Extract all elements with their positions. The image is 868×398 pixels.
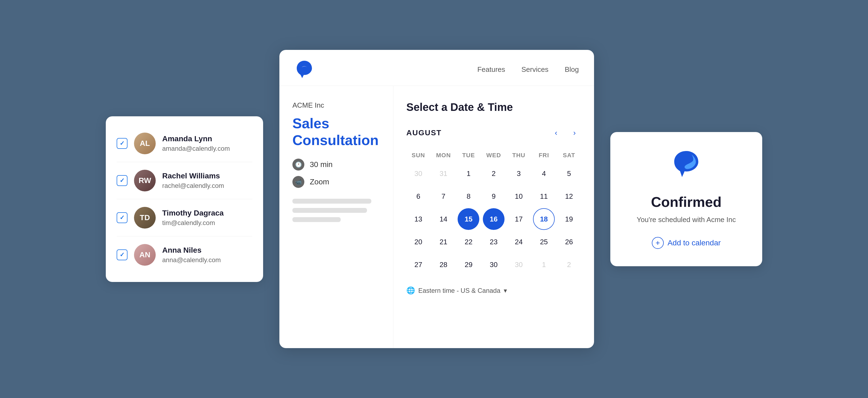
calendar-day-cell: 1 — [533, 254, 555, 275]
calendar-day-cell[interactable]: 20 — [407, 231, 429, 253]
calendar-day-cell[interactable]: 2 — [483, 163, 504, 185]
month-name: AUGUST — [406, 129, 442, 137]
calendar-day-cell: 30 — [407, 163, 429, 185]
calendar-day-cell[interactable]: 17 — [508, 208, 530, 230]
prev-month-button[interactable]: ‹ — [550, 126, 563, 139]
calendar-day-cell[interactable]: 27 — [407, 254, 429, 275]
confirmed-panel: Confirmed You're scheduled with Acme Inc… — [610, 132, 762, 266]
skeleton-line-1 — [292, 199, 371, 204]
add-to-calendar-label: Add to calendar — [668, 239, 721, 247]
calendar-day-cell[interactable]: 12 — [558, 186, 580, 207]
modal-body: ACME Inc Sales Consultation 🕐 30 min 📹 Z… — [279, 86, 594, 348]
calendar-day-cell[interactable]: 10 — [508, 186, 530, 207]
nav-features[interactable]: Features — [477, 65, 505, 74]
calendar-day-cell[interactable]: 9 — [483, 186, 504, 207]
nav-links: Features Services Blog — [477, 65, 579, 74]
person-checkbox[interactable]: ✓ — [117, 175, 127, 186]
calendar-day-cell[interactable]: 24 — [508, 231, 530, 253]
calendar-day-cell[interactable]: 6 — [407, 186, 429, 207]
avatar: AN — [134, 244, 156, 266]
calendar-day-cell: 2 — [558, 254, 580, 275]
calendar-day-header: MON — [432, 149, 456, 162]
calendar-day-cell[interactable]: 30 — [483, 254, 504, 275]
calendar-day-cell[interactable]: 29 — [458, 254, 479, 275]
calendar-day-cell[interactable]: 21 — [433, 231, 454, 253]
calendar-day-cell[interactable]: 16 — [483, 208, 504, 230]
calendar-day-header: TUE — [457, 149, 480, 162]
person-name: Timothy Dagraca — [162, 209, 252, 218]
person-email: anna@calendly.com — [162, 256, 252, 264]
calendar-day-cell[interactable]: 19 — [558, 208, 580, 230]
calendar-day-cell[interactable]: 25 — [533, 231, 555, 253]
calendar-day-cell[interactable]: 22 — [458, 231, 479, 253]
person-info: Timothy Dagraca tim@calendly.com — [162, 209, 252, 227]
person-checkbox[interactable]: ✓ — [117, 212, 127, 223]
event-info: ACME Inc Sales Consultation 🕐 30 min 📹 Z… — [279, 86, 393, 348]
add-to-calendar-button[interactable]: + Add to calendar — [652, 237, 721, 249]
calendar-day-header: THU — [507, 149, 531, 162]
people-panel: ✓ AL Amanda Lynn amanda@calendly.com ✓ R… — [106, 116, 263, 282]
plus-circle-icon: + — [652, 237, 664, 249]
modal-nav: Features Services Blog — [279, 50, 594, 86]
timezone-label: Eastern time - US & Canada — [418, 287, 500, 294]
calendar-day-cell[interactable]: 4 — [533, 163, 555, 185]
calendar-day-header: FRI — [532, 149, 556, 162]
calendar-day-cell[interactable]: 3 — [508, 163, 530, 185]
avatar: TD — [134, 207, 156, 229]
calendar-day-cell[interactable]: 13 — [407, 208, 429, 230]
calendly-logo — [294, 60, 314, 79]
person-email: rachel@calendly.com — [162, 182, 252, 190]
confirmed-logo — [667, 150, 705, 183]
person-email: amanda@calendly.com — [162, 145, 252, 153]
calendar-header-row: SUNMONTUEWEDTHUFRISAT — [406, 149, 581, 162]
skeleton-lines — [292, 199, 380, 222]
calendar-day-cell[interactable]: 1 — [458, 163, 479, 185]
avatar: AL — [134, 133, 156, 154]
calendar-day-cell[interactable]: 11 — [533, 186, 555, 207]
calendar-day-cell[interactable]: 23 — [483, 231, 504, 253]
calendar-week-row: 6789101112 — [406, 186, 581, 207]
calendar-grid: SUNMONTUEWEDTHUFRISAT 303112345678910111… — [406, 149, 581, 275]
calendar-day-cell[interactable]: 18 — [533, 208, 555, 230]
calendar-day-cell[interactable]: 14 — [433, 208, 454, 230]
next-month-button[interactable]: › — [568, 126, 581, 139]
person-name: Rachel Williams — [162, 172, 252, 180]
calendar-body: 3031123456789101112131415161718192021222… — [406, 163, 581, 275]
calendar-day-cell[interactable]: 8 — [458, 186, 479, 207]
calendar-day-header: SAT — [557, 149, 581, 162]
check-icon: ✓ — [120, 140, 124, 147]
confirmed-subtitle: You're scheduled with Acme Inc — [637, 215, 736, 224]
check-icon: ✓ — [120, 251, 124, 258]
platform-item: 📹 Zoom — [292, 176, 380, 188]
clock-icon: 🕐 — [292, 159, 304, 170]
person-row: ✓ RW Rachel Williams rachel@calendly.com — [117, 162, 252, 199]
person-checkbox[interactable]: ✓ — [117, 138, 127, 149]
calendar-week-row: 13141516171819 — [406, 208, 581, 230]
nav-arrows: ‹ › — [550, 126, 581, 139]
calendar-day-cell[interactable]: 26 — [558, 231, 580, 253]
nav-services[interactable]: Services — [521, 65, 549, 74]
globe-icon: 🌐 — [406, 286, 415, 295]
calendar-day-cell[interactable]: 28 — [433, 254, 454, 275]
timezone-dropdown-icon[interactable]: ▾ — [504, 287, 507, 294]
person-row: ✓ AL Amanda Lynn amanda@calendly.com — [117, 125, 252, 162]
person-row: ✓ AN Anna Niles anna@calendly.com — [117, 236, 252, 273]
avatar: RW — [134, 170, 156, 191]
calendar-day-cell[interactable]: 7 — [433, 186, 454, 207]
video-icon: 📹 — [292, 176, 304, 188]
person-name: Amanda Lynn — [162, 134, 252, 143]
duration-item: 🕐 30 min — [292, 159, 380, 170]
calendar-week-row: 272829303012 — [406, 254, 581, 275]
person-row: ✓ TD Timothy Dagraca tim@calendly.com — [117, 199, 252, 236]
nav-blog[interactable]: Blog — [565, 65, 579, 74]
person-name: Anna Niles — [162, 246, 252, 255]
calendar-section: Select a Date & Time AUGUST ‹ › SUNMONTU… — [393, 86, 594, 348]
calendar-day-cell: 31 — [433, 163, 454, 185]
skeleton-line-3 — [292, 217, 341, 222]
calendar-day-cell[interactable]: 15 — [458, 208, 479, 230]
check-icon: ✓ — [120, 177, 124, 184]
person-checkbox[interactable]: ✓ — [117, 250, 127, 260]
calendar-week-row: 303112345 — [406, 163, 581, 185]
calendar-day-cell[interactable]: 5 — [558, 163, 580, 185]
event-meta: 🕐 30 min 📹 Zoom — [292, 159, 380, 188]
